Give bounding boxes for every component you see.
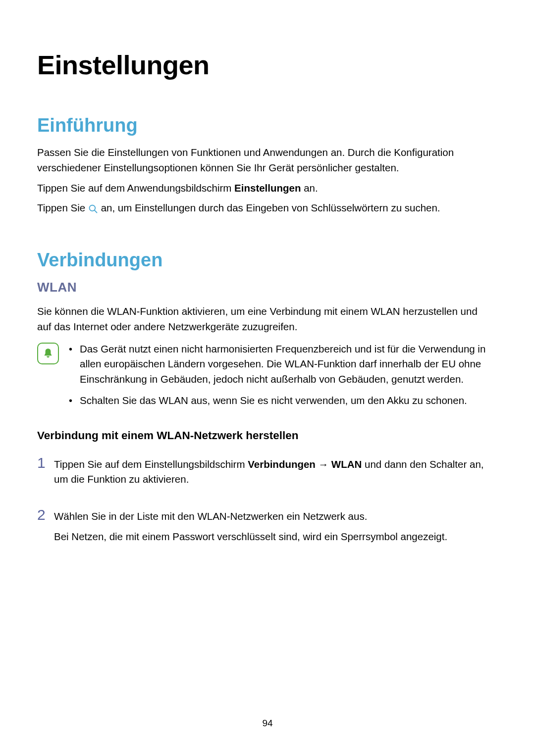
page-number: 94 [0,718,535,729]
step-1-bold-1: Verbindungen [248,458,316,470]
section-heading-verbindungen: Verbindungen [37,250,490,271]
step-2-line-1: Wählen Sie in der Liste mit den WLAN-Net… [54,509,490,524]
manual-page: Einstellungen Einführung Passen Sie die … [0,0,535,550]
intro-p3-post: an, um Einstellungen durch das Eingeben … [98,202,440,213]
step-1-bold-2: WLAN [331,458,362,470]
sub-sub-heading-connect: Verbindung mit einem WLAN-Netzwerk herst… [37,429,490,442]
intro-p3-pre: Tippen Sie [37,202,88,213]
info-block: • Das Gerät nutzt einen nicht harmonisie… [37,342,490,414]
info-bullet-1: • Das Gerät nutzt einen nicht harmonisie… [69,342,490,387]
intro-p2-post: an. [301,182,318,194]
step-1: 1 Tippen Sie auf dem Einstellungsbildsch… [37,455,490,493]
intro-paragraph-3: Tippen Sie an, um Einstellungen durch da… [37,201,490,216]
bullet-dot: • [69,342,80,387]
search-icon [88,203,98,213]
intro-paragraph-2: Tippen Sie auf dem Anwendungsbildschirm … [37,181,490,196]
step-2-body: Wählen Sie in der Liste mit den WLAN-Net… [54,507,490,550]
wlan-paragraph-1: Sie können die WLAN-Funktion aktivieren,… [37,304,490,335]
step-1-number: 1 [37,455,54,493]
subheading-wlan: WLAN [37,280,490,295]
svg-line-1 [95,210,97,212]
notice-icon [37,343,59,364]
info-bullets: • Das Gerät nutzt einen nicht harmonisie… [69,342,490,414]
info-icon-column [37,342,69,414]
step-1-body: Tippen Sie auf dem Einstellungsbildschir… [54,455,490,493]
step-1-arrow: → [316,458,331,470]
intro-p2-pre: Tippen Sie auf dem Anwendungsbildschirm [37,182,234,194]
intro-paragraph-1: Passen Sie die Einstellungen von Funktio… [37,145,490,176]
step-2-number: 2 [37,507,54,550]
info-bullet-2: • Schalten Sie das WLAN aus, wenn Sie es… [69,393,490,408]
section-heading-einfuehrung: Einführung [37,115,490,136]
bullet-dot: • [69,393,80,408]
step-2-line-2: Bei Netzen, die mit einem Passwort versc… [54,529,490,545]
step-1-pre: Tippen Sie auf dem Einstellungsbildschir… [54,458,248,470]
step-2: 2 Wählen Sie in der Liste mit den WLAN-N… [37,507,490,550]
info-bullet-2-text: Schalten Sie das WLAN aus, wenn Sie es n… [80,393,490,408]
info-bullet-1-text: Das Gerät nutzt einen nicht harmonisiert… [80,342,490,387]
intro-p2-bold: Einstellungen [234,182,301,194]
page-title: Einstellungen [37,50,490,80]
